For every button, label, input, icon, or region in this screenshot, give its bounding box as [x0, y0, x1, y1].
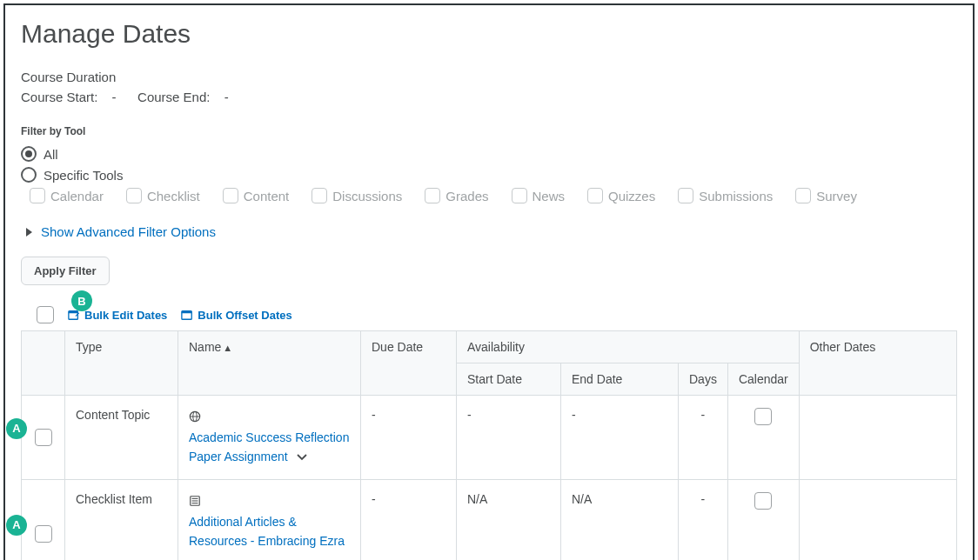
chevron-down-icon[interactable]: [297, 447, 307, 466]
calendar-checkbox[interactable]: [754, 492, 772, 510]
course-duration-label: Course Duration: [21, 70, 957, 84]
caret-right-icon: [26, 228, 32, 237]
annotation-b: B: [71, 290, 92, 311]
tool-discussions[interactable]: Discussions: [311, 188, 402, 203]
advanced-filter-label[interactable]: Show Advanced Filter Options: [41, 224, 216, 239]
th-other-dates[interactable]: Other Dates: [799, 331, 956, 396]
tool-calendar[interactable]: Calendar: [30, 188, 104, 203]
cell-end: -: [561, 396, 679, 480]
bulk-actions-row: B Bulk Edit Dates Bulk Offset Dates: [37, 306, 957, 323]
tool-quizzes[interactable]: Quizzes: [587, 188, 655, 203]
cell-other: [799, 396, 956, 480]
cell-other: [799, 479, 956, 560]
filter-by-tool-label: Filter by Tool: [21, 125, 957, 137]
tool-news[interactable]: News: [512, 188, 566, 203]
cell-due: -: [361, 396, 457, 480]
apply-filter-button[interactable]: Apply Filter: [21, 257, 110, 285]
cell-due: -: [361, 479, 457, 560]
row-checkbox[interactable]: [35, 525, 52, 543]
radio-specific-label: Specific Tools: [44, 168, 123, 183]
radio-all-row[interactable]: All: [21, 146, 957, 162]
cell-start: -: [457, 396, 561, 480]
page-container: Manage Dates Course Duration Course Star…: [3, 3, 975, 560]
item-name-link[interactable]: Additional Articles & Resources - Embrac…: [189, 515, 345, 548]
course-start-value: -: [112, 90, 117, 104]
tool-content[interactable]: Content: [223, 188, 290, 203]
course-duration-values: Course Start: - Course End: -: [21, 90, 957, 104]
advanced-filter-toggle[interactable]: Show Advanced Filter Options: [21, 224, 957, 239]
chevron-down-icon[interactable]: [189, 557, 350, 560]
th-name[interactable]: Name▲: [178, 331, 361, 396]
table-row: A Content Topic Academic Success Reflect…: [22, 396, 957, 480]
cell-type: Checklist Item: [65, 479, 178, 560]
cell-name: Additional Articles & Resources - Embrac…: [178, 479, 361, 560]
th-days[interactable]: Days: [679, 363, 728, 396]
bulk-offset-dates-button[interactable]: Bulk Offset Dates: [181, 309, 291, 322]
radio-all[interactable]: [21, 146, 37, 162]
item-name-link[interactable]: Academic Success Reflection Paper Assign…: [189, 430, 349, 463]
checkbox-news[interactable]: [512, 188, 527, 203]
cell-days: -: [679, 479, 728, 560]
cell-days: -: [679, 396, 728, 480]
sort-ascending-icon: ▲: [223, 343, 232, 353]
checkbox-content[interactable]: [223, 188, 238, 203]
th-due-date[interactable]: Due Date: [361, 331, 457, 396]
th-calendar[interactable]: Calendar: [727, 363, 799, 396]
tool-checklist[interactable]: Checklist: [126, 188, 200, 203]
th-start-date[interactable]: Start Date: [457, 363, 561, 396]
checkbox-quizzes[interactable]: [587, 188, 603, 203]
th-availability: Availability: [457, 331, 800, 363]
th-end-date[interactable]: End Date: [561, 363, 679, 396]
page-title: Manage Dates: [21, 19, 957, 49]
annotation-a: A: [6, 418, 27, 439]
cell-name: Academic Success Reflection Paper Assign…: [178, 396, 361, 480]
checkbox-calendar[interactable]: [30, 188, 45, 203]
row-checkbox-cell: A: [22, 396, 65, 480]
select-all-checkbox[interactable]: [37, 306, 54, 323]
svg-rect-3: [182, 311, 191, 314]
table-row: A Checklist Item Additional Articles & R…: [22, 479, 957, 560]
annotation-a: A: [6, 515, 27, 536]
cell-calendar: [727, 479, 799, 560]
globe-icon: [189, 410, 201, 423]
tools-checkbox-row: Calendar Checklist Content Discussions G…: [30, 188, 957, 203]
row-checkbox-cell: A: [22, 479, 65, 560]
course-end-label: Course End:: [137, 90, 210, 104]
cell-calendar: [727, 396, 799, 480]
radio-specific[interactable]: [21, 167, 37, 183]
checkbox-survey[interactable]: [795, 188, 811, 203]
th-type[interactable]: Type: [65, 331, 178, 396]
radio-specific-row[interactable]: Specific Tools: [21, 167, 957, 183]
checkbox-submissions[interactable]: [678, 188, 693, 203]
calendar-checkbox[interactable]: [754, 408, 772, 425]
calendar-offset-icon: [181, 309, 193, 321]
th-checkbox: [22, 331, 65, 396]
svg-rect-1: [69, 311, 78, 314]
cell-end: N/A: [561, 479, 679, 560]
dates-table: Type Name▲ Due Date Availability Other D…: [21, 330, 957, 560]
course-end-value: -: [224, 90, 229, 104]
cell-start: N/A: [457, 479, 561, 560]
list-icon: [189, 495, 201, 507]
checkbox-grades[interactable]: [425, 188, 440, 203]
row-checkbox[interactable]: [35, 429, 52, 446]
course-start-label: Course Start:: [21, 90, 97, 104]
tool-survey[interactable]: Survey: [795, 188, 857, 203]
cell-type: Content Topic: [65, 396, 178, 480]
checkbox-discussions[interactable]: [311, 188, 327, 203]
checkbox-checklist[interactable]: [126, 188, 142, 203]
radio-all-label: All: [44, 147, 58, 162]
tool-submissions[interactable]: Submissions: [678, 188, 773, 203]
tool-grades[interactable]: Grades: [425, 188, 488, 203]
